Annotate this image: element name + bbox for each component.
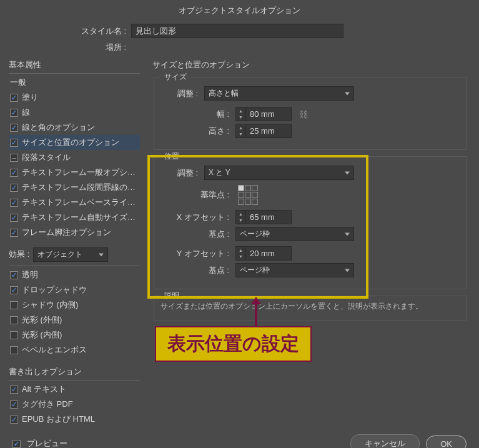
effect-item-bevel-emboss[interactable]: ベベルとエンボス xyxy=(9,342,140,357)
effects-head: 効果 : xyxy=(9,249,29,260)
checkbox-icon[interactable] xyxy=(10,109,18,117)
width-stepper[interactable]: ▲▼ xyxy=(235,107,292,121)
yoffset-stepper[interactable]: ▲▼ xyxy=(235,246,292,261)
width-label: 幅 : xyxy=(160,109,235,120)
ybase-label: 基点 : xyxy=(160,265,235,276)
attr-item-general[interactable]: 一般 xyxy=(9,75,140,90)
object-style-dialog: オブジェクトスタイルオプション スタイル名 : 場所 : 基本属性 一般 塗り … xyxy=(0,0,479,448)
effect-item-inner-shadow[interactable]: シャドウ (内側) xyxy=(9,297,140,312)
pos-adjust-label: 調整 : xyxy=(160,167,204,179)
step-down-icon[interactable]: ▼ xyxy=(236,131,245,138)
height-input[interactable] xyxy=(245,124,292,138)
checkbox-icon[interactable] xyxy=(10,139,18,147)
step-up-icon[interactable]: ▲ xyxy=(236,211,245,217)
ybase-select[interactable]: ページ枠 xyxy=(235,263,354,277)
checkbox-icon[interactable] xyxy=(10,199,18,207)
checkbox-icon[interactable] xyxy=(10,386,18,394)
export-item-tagged-pdf[interactable]: タグ付き PDF xyxy=(9,397,140,412)
attr-item-textframe-column-rule[interactable]: テキストフレーム段間罫線のオプション xyxy=(9,180,140,195)
export-label: EPUB および HTML xyxy=(22,414,95,425)
effect-item-inner-glow[interactable]: 光彩 (内側) xyxy=(9,327,140,342)
attr-item-stroke[interactable]: 線 xyxy=(9,105,140,120)
step-up-icon[interactable]: ▲ xyxy=(236,124,245,131)
checkbox-icon[interactable] xyxy=(10,416,18,424)
select-value: ページ枠 xyxy=(240,229,270,238)
basic-attrs-list: 一般 塗り 線 線と角のオプション サイズと位置のオプション xyxy=(9,75,140,240)
effect-label: シャドウ (内側) xyxy=(22,299,78,311)
style-name-row: スタイル名 : xyxy=(0,21,479,39)
attr-item-size-position[interactable]: サイズと位置のオプション xyxy=(9,135,140,150)
preview-label: プレビュー xyxy=(27,438,67,448)
size-adjust-select[interactable]: 高さと幅 xyxy=(204,86,354,101)
checkbox-icon[interactable] xyxy=(10,401,18,409)
position-group: 位置 調整 : X と Y 基準点 : X オフセット : ▲ xyxy=(154,156,467,289)
checkbox-icon[interactable] xyxy=(10,316,18,324)
attr-item-stroke-corner[interactable]: 線と角のオプション xyxy=(9,120,140,135)
checkbox-icon[interactable] xyxy=(10,184,18,192)
effect-item-outer-glow[interactable]: 光彩 (外側) xyxy=(9,312,140,327)
attr-label: テキストフレーム段間罫線のオプション xyxy=(22,182,139,193)
checkbox-icon[interactable] xyxy=(10,331,18,339)
attr-item-fill[interactable]: 塗り xyxy=(9,90,140,105)
checkbox-icon[interactable] xyxy=(10,346,18,354)
style-name-label: スタイル名 : xyxy=(0,26,131,37)
position-group-title: 位置 xyxy=(160,151,183,162)
attr-item-paragraph-style[interactable]: 段落スタイル xyxy=(9,150,140,165)
xbase-select[interactable]: ページ枠 xyxy=(235,227,354,241)
select-value: 高さと幅 xyxy=(209,89,239,97)
step-down-icon[interactable]: ▼ xyxy=(236,114,245,121)
checkbox-icon[interactable] xyxy=(10,154,18,162)
xoffset-input[interactable] xyxy=(245,210,292,224)
ok-button[interactable]: OK xyxy=(426,436,467,449)
size-group: サイズ 調整 : 高さと幅 幅 : ▲▼ ⛓ 高さ : ▲▼ xyxy=(154,77,467,150)
basic-attrs-head: 基本属性 xyxy=(9,57,140,74)
checkbox-icon[interactable] xyxy=(10,271,18,279)
effect-item-transparency[interactable]: 透明 xyxy=(9,267,140,282)
checkbox-icon[interactable] xyxy=(10,286,18,294)
export-item-alt-text[interactable]: Alt テキスト xyxy=(9,382,140,397)
export-label: タグ付き PDF xyxy=(22,399,73,410)
height-label: 高さ : xyxy=(160,126,235,137)
effect-item-drop-shadow[interactable]: ドロップシャドウ xyxy=(9,282,140,297)
export-item-epub-html[interactable]: EPUB および HTML xyxy=(9,412,140,427)
checkbox-icon[interactable] xyxy=(10,124,18,132)
export-label: Alt テキスト xyxy=(22,384,66,395)
export-list: Alt テキスト タグ付き PDF EPUB および HTML xyxy=(9,382,140,427)
attr-label: 線 xyxy=(22,107,30,118)
attr-label: テキストフレーム一般オプション xyxy=(22,167,139,178)
checkbox-icon[interactable] xyxy=(10,301,18,309)
dialog-title: オブジェクトスタイルオプション xyxy=(0,0,479,21)
attr-label: 塗り xyxy=(22,92,38,103)
yoffset-input[interactable] xyxy=(245,246,292,261)
attr-label: フレーム脚注オプション xyxy=(22,227,111,238)
attr-item-textframe-general[interactable]: テキストフレーム一般オプション xyxy=(9,165,140,180)
cancel-button[interactable]: キャンセル xyxy=(350,434,420,448)
height-stepper[interactable]: ▲▼ xyxy=(235,124,292,138)
step-up-icon[interactable]: ▲ xyxy=(236,107,245,114)
link-icon[interactable]: ⛓ xyxy=(299,109,308,119)
xoffset-label: X オフセット : xyxy=(160,212,235,223)
xoffset-stepper[interactable]: ▲▼ xyxy=(235,210,292,224)
width-input[interactable] xyxy=(245,107,292,121)
effects-target-select[interactable]: オブジェクト xyxy=(33,247,108,262)
select-value: ページ枠 xyxy=(240,266,270,274)
style-name-input[interactable] xyxy=(131,24,343,38)
checkbox-icon[interactable] xyxy=(10,94,18,102)
reference-point-proxy[interactable] xyxy=(238,185,258,205)
attr-label: テキストフレームベースラインオプション xyxy=(22,197,139,208)
checkbox-icon[interactable] xyxy=(10,214,18,222)
step-down-icon[interactable]: ▼ xyxy=(236,217,245,224)
attr-item-textframe-autosize[interactable]: テキストフレーム自動サイズ調整オプション xyxy=(9,210,140,225)
checkbox-icon[interactable] xyxy=(10,229,18,237)
preview-checkbox[interactable] xyxy=(12,440,21,448)
pos-adjust-select[interactable]: X と Y xyxy=(204,166,354,180)
size-adjust-label: 調整 : xyxy=(160,88,204,99)
step-up-icon[interactable]: ▲ xyxy=(236,247,245,254)
effects-list: 透明 ドロップシャドウ シャドウ (内側) 光彩 (外側) 光彩 (内側) xyxy=(9,267,140,357)
attr-label: 線と角のオプション xyxy=(22,122,95,133)
attr-item-frame-footnote[interactable]: フレーム脚注オプション xyxy=(9,225,140,240)
attr-item-textframe-baseline[interactable]: テキストフレームベースラインオプション xyxy=(9,195,140,210)
attr-label: テキストフレーム自動サイズ調整オプション xyxy=(22,212,139,223)
checkbox-icon[interactable] xyxy=(10,169,18,177)
step-down-icon[interactable]: ▼ xyxy=(236,254,245,261)
